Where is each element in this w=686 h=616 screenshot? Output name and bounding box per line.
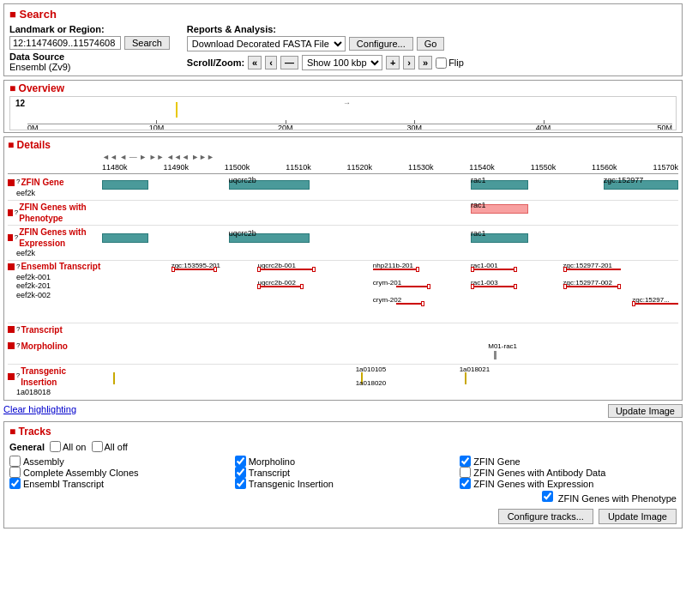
transgenic-content: 1a010105 1a018020 1a018021 — [102, 365, 678, 396]
transcript-content — [102, 324, 678, 338]
chromosome-label: 12 — [15, 99, 25, 108]
zfin-gene-checkbox[interactable] — [460, 456, 471, 467]
transcript-label: ? Transcript — [8, 324, 102, 336]
all-on-checkbox[interactable] — [50, 441, 61, 452]
nav-far-right[interactable]: » — [418, 56, 432, 69]
details-nav: ◄◄ ◄ — ► ►► ◄◄◄ ►►► — [8, 153, 678, 161]
transcript-name: Transcript — [21, 324, 62, 335]
transgenic-checkbox-item[interactable]: Transgenic Insertion — [235, 478, 452, 489]
configure-tracks-button[interactable]: Configure tracks... — [498, 509, 593, 524]
transcript-checkbox[interactable] — [235, 467, 246, 478]
ensembl-transcript-label: ? Ensembl Transcript eef2k-001 eef2k-201… — [8, 262, 102, 300]
zfin-expression-checkbox[interactable] — [460, 478, 471, 489]
red-square-icon2 — [8, 209, 13, 216]
clear-highlighting-link[interactable]: Clear highlighting — [3, 404, 76, 418]
overview-highlight — [176, 102, 178, 118]
tracks-title: Tracks — [9, 426, 677, 438]
tracks-col1: Assembly Complete Assembly Clones Ensemb… — [9, 456, 226, 489]
assembly-checkbox-item[interactable]: Assembly — [9, 456, 226, 467]
all-off-checkbox[interactable] — [92, 441, 103, 452]
transgenic-checkbox[interactable] — [235, 478, 246, 489]
show-select[interactable]: Show 100 kbp — [302, 55, 382, 70]
zfin-phenotype-track: ? ZFIN Genes with Phenotype rac1 — [8, 202, 678, 224]
morpholino-track: ? Morpholino M01-rac1 — [8, 341, 678, 363]
transcript-checkbox-item[interactable]: Transcript — [235, 467, 452, 478]
eef2k-bar — [102, 180, 148, 190]
ruler-0: 0M — [27, 124, 39, 130]
zfin-phenotype-checkbox[interactable] — [542, 491, 553, 502]
bottom-buttons: Configure tracks... Update Image — [9, 509, 677, 524]
transgenic-track: ? Transgenic Insertion 1a018018 1a010105… — [8, 365, 678, 398]
nav-minus[interactable]: — — [280, 56, 298, 69]
morpholino-cb-label: Morpholino — [249, 456, 295, 467]
update-image-button-2[interactable]: Update Image — [599, 509, 677, 524]
search-section: Search Landmark or Region: Search Data S… — [3, 3, 683, 76]
rac1-expr-label: rac1 — [471, 229, 486, 238]
ruler-40: 40M — [536, 124, 551, 130]
nav-right[interactable]: › — [403, 56, 415, 69]
assembly-checkbox[interactable] — [9, 456, 21, 467]
m01-rac1-bar — [494, 351, 496, 359]
ins2-label: 1a010105 — [356, 365, 387, 373]
morpholino-checkbox-item[interactable]: Morpholino — [235, 456, 452, 467]
search-button[interactable]: Search — [124, 36, 170, 50]
ins3-label: 1a018020 — [356, 379, 387, 387]
morpholino-content: M01-rac1 — [102, 341, 678, 363]
ins1-bar — [113, 372, 115, 384]
search-title: Search — [9, 8, 677, 21]
flip-label: Flip — [436, 57, 464, 69]
transcript-track: ? Transcript — [8, 324, 678, 340]
zfin-gene-track: ? ZFIN Gene eef2k uqcrc2b rac1 zgc:15297… — [8, 177, 678, 199]
ensembl-transcript-content: zgc:153595-201 uqcrc2b-001 nhp211b-201 r… — [102, 262, 678, 322]
flip-checkbox[interactable] — [436, 57, 447, 69]
update-image-button-1[interactable]: Update Image — [608, 404, 683, 418]
zfin-antibody-checkbox[interactable] — [460, 467, 471, 478]
landmark-input[interactable] — [9, 36, 121, 50]
reports-select[interactable]: Download Decorated FASTA File — [187, 36, 346, 51]
zfin-expression-cb-label: ZFIN Genes with Expression — [473, 479, 593, 489]
zfin-gene-sub: eef2k — [8, 189, 102, 199]
general-label: General — [9, 442, 45, 452]
datasource-value: Ensembl (Zv9) — [9, 62, 71, 72]
zfin-gene-name: ZFIN Gene — [21, 177, 63, 188]
zfin-expression-label: ? ZFIN Genes with Expression eef2k — [8, 226, 102, 259]
tracks-col2: Morpholino Transcript Transgenic Inserti… — [235, 456, 452, 489]
zfin-antibody-checkbox-item[interactable]: ZFIN Genes with Antibody Data — [460, 467, 677, 478]
zfin-gene-checkbox-item[interactable]: ZFIN Gene — [460, 456, 677, 467]
zfin-phenotype-checkbox-item[interactable]: ZFIN Genes with Phenotype — [9, 491, 677, 504]
zfin-gene-cb-label: ZFIN Gene — [473, 456, 520, 467]
ensembl-transcript-checkbox[interactable] — [9, 478, 21, 489]
general-row: General All on All off — [9, 441, 677, 452]
zfin-phenotype-label: ? ZFIN Genes with Phenotype — [8, 202, 102, 224]
details-ruler: 11480k 11490k 11500k 11510k 11520k 11530… — [8, 163, 678, 174]
configure-button[interactable]: Configure... — [349, 37, 413, 51]
nav-far-left[interactable]: « — [248, 56, 262, 69]
zfin-expression-sub: eef2k — [8, 249, 102, 259]
m01-rac1-label: M01-rac1 — [488, 342, 517, 350]
zfin-expression-checkbox-item[interactable]: ZFIN Genes with Expression — [460, 478, 677, 489]
ensembl-sub1: eef2k-001 — [8, 273, 102, 282]
rac1-phenotype-label: rac1 — [471, 201, 486, 209]
details-title: Details — [8, 139, 678, 151]
nav-left[interactable]: ‹ — [265, 56, 277, 69]
nav-plus[interactable]: + — [386, 56, 400, 69]
zfin-gene-label: ? ZFIN Gene eef2k — [8, 177, 102, 198]
ruler-10: 10M — [149, 124, 165, 130]
ensembl-transcript-name: Ensembl Transcript — [21, 262, 100, 272]
red-square-icon7 — [8, 373, 15, 380]
all-on-checkbox-item[interactable]: All on — [50, 441, 87, 452]
transgenic-sub: 1a018018 — [8, 388, 102, 398]
ensembl-transcript-checkbox-item[interactable]: Ensembl Transcript — [9, 478, 226, 489]
tracks-grid: Assembly Complete Assembly Clones Ensemb… — [9, 456, 677, 489]
all-on-label: All on — [63, 442, 87, 452]
landmark-label: Landmark or Region: — [9, 24, 170, 34]
all-off-checkbox-item[interactable]: All off — [92, 441, 128, 452]
morpholino-checkbox[interactable] — [235, 456, 246, 467]
go-button[interactable]: Go — [417, 37, 445, 51]
complete-assembly-checkbox-item[interactable]: Complete Assembly Clones — [9, 467, 226, 478]
action-row: Clear highlighting Update Image — [3, 404, 683, 418]
zfin-expression-content: uqcrc2b rac1 — [102, 226, 678, 249]
complete-assembly-checkbox[interactable] — [9, 467, 21, 478]
red-square-icon5 — [8, 326, 15, 333]
reports-label: Reports & Analysis: — [187, 24, 276, 34]
